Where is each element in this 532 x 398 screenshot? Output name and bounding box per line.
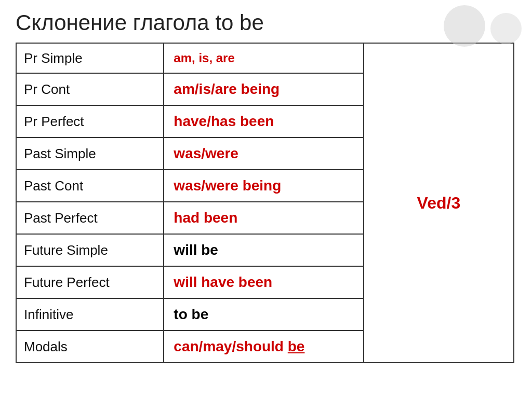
tense-name: Pr Cont [16,73,164,105]
tense-form: can/may/should be [164,331,363,363]
tense-form: have/has been [164,105,363,138]
tense-name: Future Perfect [16,266,164,298]
ved-label: Ved/3 [417,194,461,212]
tense-name: Past Perfect [16,202,164,234]
tense-name: Past Simple [16,138,164,170]
decorative-circle-2 [490,13,522,44]
decorative-circles [444,5,522,47]
tense-form: am/is/are being [164,73,363,105]
page-title: Склонение глагола to be [16,10,516,35]
modals-text: can/may/should [174,338,287,354]
tense-form: had been [164,202,363,234]
modals-be: be [288,338,305,354]
tense-name: Pr Perfect [16,105,164,138]
ved-cell: Ved/3 [364,43,514,363]
table-row: Pr Simple am, is, are Ved/3 [16,43,514,73]
conjugation-table: Pr Simple am, is, are Ved/3 Pr Cont am/i… [16,43,514,363]
tense-name: Past Cont [16,170,164,202]
decorative-circle-1 [444,5,485,47]
tense-form: was/were [164,138,363,170]
tense-form: will have been [164,266,363,298]
tense-form: am, is, are [164,43,363,73]
tense-name: Modals [16,331,164,363]
tense-form: to be [164,298,363,331]
tense-name: Future Simple [16,234,164,266]
page-container: Склонение глагола to be Pr Simple am, is… [0,0,532,374]
tense-form: will be [164,234,363,266]
tense-form: was/were being [164,170,363,202]
tense-name: Pr Simple [16,43,164,73]
tense-name: Infinitive [16,298,164,331]
